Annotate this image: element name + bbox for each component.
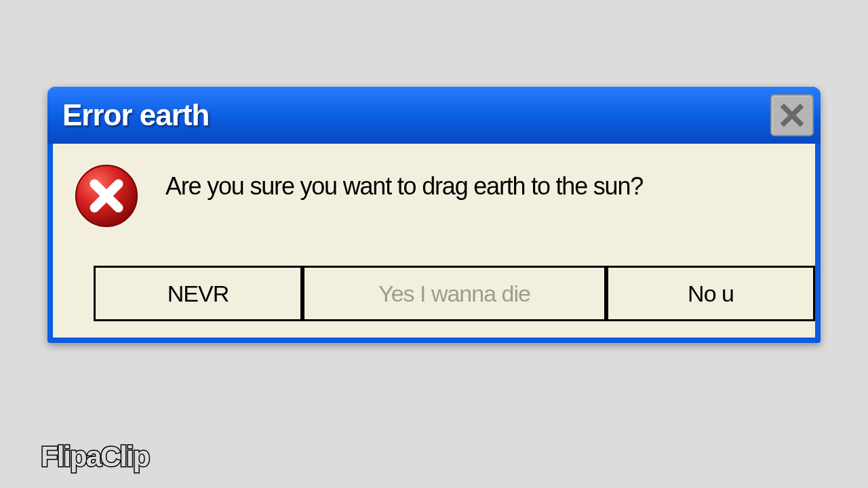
watermark-text: FlipaClip <box>41 441 149 472</box>
button-row: NEVR Yes I wanna die No u <box>53 266 815 321</box>
yes-button[interactable]: Yes I wanna die <box>302 266 606 321</box>
window-title: Error earth <box>62 98 209 132</box>
titlebar[interactable]: Error earth <box>47 87 821 144</box>
close-button[interactable] <box>770 94 814 136</box>
nou-button[interactable]: No u <box>606 266 815 321</box>
close-icon <box>780 103 804 127</box>
nevr-button[interactable]: NEVR <box>94 266 302 321</box>
watermark: FlipaClip <box>41 441 149 473</box>
dialog-message: Are you sure you want to drag earth to t… <box>165 172 643 201</box>
error-dialog: Error earth <box>47 87 821 343</box>
message-row: Are you sure you want to drag earth to t… <box>73 157 802 229</box>
dialog-body: Are you sure you want to drag earth to t… <box>53 144 815 338</box>
error-icon <box>73 163 140 229</box>
